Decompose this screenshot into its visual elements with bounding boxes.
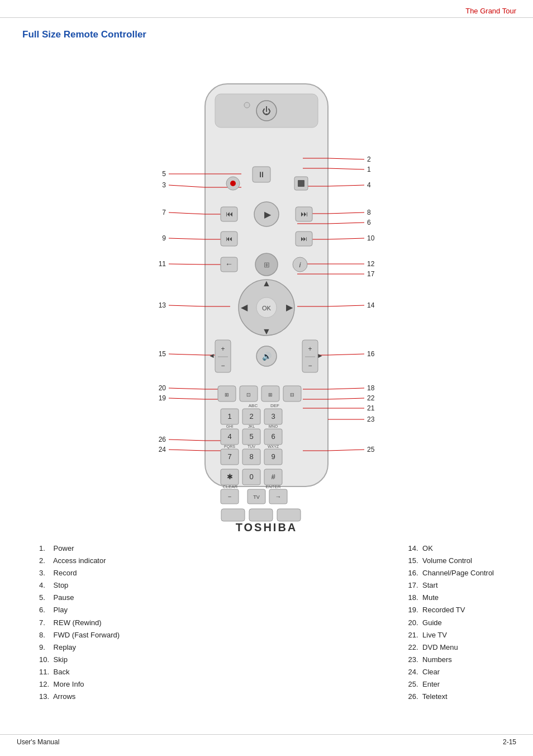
svg-text:4: 4 [227,432,231,441]
svg-text:▶: ▶ [286,303,293,312]
svg-text:✱: ✱ [227,472,233,481]
list-item: 18. Mute [408,592,494,604]
svg-text:21: 21 [367,404,375,412]
svg-text:PQRS: PQRS [224,445,235,449]
svg-text:2: 2 [249,412,253,420]
svg-rect-88 [298,180,304,187]
svg-text:17: 17 [367,270,375,278]
svg-text:6: 6 [271,432,275,441]
svg-text:→: → [275,493,282,500]
svg-text:5: 5 [249,432,253,441]
svg-text:16: 16 [367,350,375,358]
svg-text:⊡: ⊡ [246,392,251,398]
list-item: 9. Replay [39,641,120,654]
svg-text:14: 14 [367,301,375,309]
svg-text:3: 3 [162,181,166,189]
list-item: 16. Channel/Page Control [408,567,494,579]
svg-line-39 [328,158,364,159]
svg-line-48 [328,212,364,214]
svg-text:⏮: ⏮ [226,235,232,243]
svg-text:7: 7 [162,209,166,216]
svg-text:▶: ▶ [264,210,272,219]
svg-text:26: 26 [159,436,166,443]
svg-text:ABC: ABC [249,403,258,408]
list-item: 11. Back [39,666,120,678]
svg-text:MNO: MNO [269,424,278,428]
svg-text:−: − [228,493,231,500]
list-item: 22. DVD Menu [408,641,494,654]
svg-text:⊟: ⊟ [290,392,294,398]
svg-text:24: 24 [159,446,166,453]
svg-rect-174 [277,509,301,521]
list-item: 14. OK [408,542,494,555]
list-item: 6. Play [39,604,120,616]
footer-left: User's Manual [17,738,59,746]
svg-text:7: 7 [227,452,231,461]
svg-point-86 [230,181,236,186]
svg-text:0: 0 [249,472,253,481]
svg-text:8: 8 [249,452,253,461]
svg-text:6: 6 [367,219,371,226]
svg-text:12: 12 [367,260,375,268]
list-item: 13. Arrows [39,691,120,703]
svg-text:TV: TV [253,494,260,500]
remote-wrapper: ⏻ 5 3 7 9 [77,50,456,537]
svg-text:⏭: ⏭ [301,210,308,218]
list-item: 2. Access indicator [39,555,120,567]
svg-line-51 [328,223,364,224]
svg-text:25: 25 [367,446,375,453]
svg-text:4: 4 [367,181,371,189]
section-title: Full Size Remote Controller [22,29,511,40]
svg-line-63 [328,305,364,306]
page-footer: User's Manual 2-15 [0,734,533,746]
svg-text:►: ► [317,352,323,360]
svg-text:19: 19 [159,394,166,402]
svg-text:DEF: DEF [270,403,279,408]
svg-text:⏭: ⏭ [301,235,307,243]
svg-text:9: 9 [271,452,275,461]
svg-point-4 [244,102,250,108]
svg-text:20: 20 [159,384,166,392]
svg-text:18: 18 [367,384,375,392]
svg-text:9: 9 [162,234,166,242]
svg-text:TUV: TUV [248,445,255,448]
svg-text:🔊: 🔊 [262,352,272,361]
svg-line-81 [328,450,364,451]
svg-text:⊞: ⊞ [264,261,270,269]
svg-line-66 [328,354,364,355]
list-item: 8. FWD (Fast Forward) [39,629,120,641]
svg-text:ENTER: ENTER [265,484,280,489]
svg-text:⏮: ⏮ [226,210,233,218]
svg-text:11: 11 [159,260,166,268]
svg-text:GHI: GHI [226,424,234,428]
list-item: 24. Clear [408,666,494,678]
list-item: 25. Enter [408,678,494,691]
svg-text:10: 10 [367,234,375,242]
svg-line-24 [169,354,205,355]
list-item: 23. Numbers [408,654,494,666]
svg-text:⊞: ⊞ [268,392,273,398]
svg-line-42 [328,168,364,169]
svg-text:15: 15 [159,350,166,358]
svg-text:+: + [308,345,312,353]
svg-text:1: 1 [227,412,231,420]
svg-text:8: 8 [367,209,371,216]
svg-line-36 [169,450,205,451]
legend-left: 1. Power 2. Access indicator 3. Record 4… [39,542,120,703]
svg-text:13: 13 [159,301,166,309]
list-item: 12. More Info [39,678,120,691]
svg-line-45 [328,185,364,186]
svg-text:⏸: ⏸ [258,170,265,179]
svg-line-72 [328,398,364,399]
list-item: 21. Live TV [408,629,494,641]
list-item: 20. Guide [408,617,494,629]
svg-line-30 [169,398,205,399]
page-header: The Grand Tour [0,0,533,18]
diagram-area: ⏻ 5 3 7 9 [22,50,511,537]
list-item: 19. Recorded TV [408,604,494,616]
footer-right: 2-15 [503,738,516,746]
svg-text:22: 22 [367,394,375,402]
svg-text:OK: OK [262,305,272,311]
svg-line-18 [169,264,205,264]
list-item: 4. Stop [39,579,120,592]
